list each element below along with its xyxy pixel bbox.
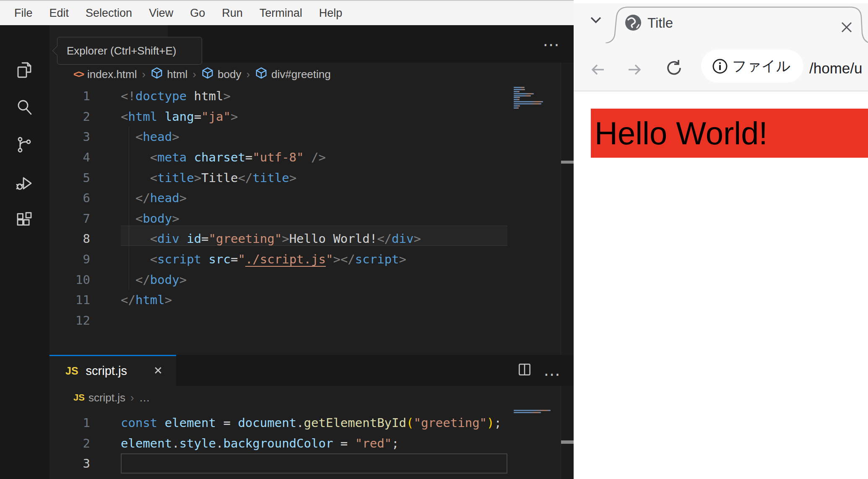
line-number: 6 — [49, 191, 90, 205]
code-line[interactable]: 9 <script src="./script.js"></script> — [49, 249, 507, 270]
code-line[interactable]: 6 </head> — [49, 188, 507, 208]
address-url[interactable]: /home/u — [809, 60, 862, 77]
scrollbar-thumb-js[interactable] — [561, 440, 574, 444]
code-text: element.style.backgroundColor = "red"; — [121, 436, 399, 450]
scrollbar-track-js[interactable] — [561, 386, 574, 479]
menu-edit[interactable]: Edit — [41, 7, 78, 20]
forward-icon[interactable] — [627, 62, 642, 77]
js-file-icon: JS — [73, 392, 85, 403]
code-line[interactable]: 5 <title>Title</title> — [49, 167, 507, 188]
panel-more-actions-icon[interactable]: ⋯ — [543, 370, 561, 378]
code-text: const element = document.getElementById(… — [121, 416, 502, 430]
line-number: 7 — [49, 211, 90, 226]
line-number: 12 — [49, 313, 90, 328]
breadcrumb-label: … — [139, 391, 150, 404]
reload-icon[interactable] — [666, 59, 683, 77]
code-line[interactable]: 3 <head> — [49, 127, 507, 147]
minimap-line — [514, 99, 520, 100]
symbol-cube-icon — [255, 67, 268, 82]
breadcrumb-segment[interactable]: body — [201, 67, 241, 82]
code-line[interactable]: 7 <body> — [49, 208, 507, 229]
breadcrumb-separator: › — [130, 391, 134, 404]
code-line[interactable]: 1<!doctype html> — [49, 86, 507, 107]
site-info-chip[interactable]: ファイル — [701, 49, 803, 83]
code-line[interactable]: 2element.style.backgroundColor = "red"; — [49, 433, 507, 454]
breadcrumb-separator: › — [246, 68, 250, 81]
code-text: <div id="greeting">Hello World!</div> — [121, 232, 421, 246]
tab-script-js[interactable]: JS script.js — [49, 355, 176, 386]
screen: FileEditSelectionViewGoRunTerminalHelp ⋯ — [0, 0, 868, 479]
browser-viewport: Hello World! — [574, 91, 868, 479]
code-text: </head> — [121, 191, 187, 205]
browser-toolbar: ファイル /home/u — [574, 43, 868, 91]
minimap-line — [514, 412, 541, 413]
line-number: 1 — [49, 89, 90, 103]
back-icon[interactable] — [591, 62, 605, 77]
breadcrumb-segment[interactable]: … — [139, 391, 150, 404]
line-number: 9 — [49, 252, 90, 266]
line-number: 1 — [49, 416, 90, 430]
close-icon[interactable] — [153, 365, 163, 377]
chip-label: ファイル — [732, 57, 790, 76]
breadcrumb-file[interactable]: <>index.html — [73, 68, 137, 81]
search-icon[interactable] — [14, 97, 34, 117]
menu-terminal[interactable]: Terminal — [251, 7, 311, 20]
line-number: 8 — [49, 232, 90, 246]
code-line[interactable]: 10 </body> — [49, 269, 507, 290]
line-number: 2 — [49, 109, 90, 124]
tab-search-chevron-icon[interactable] — [589, 14, 604, 26]
minimap-line — [514, 103, 541, 104]
source-control-icon[interactable] — [14, 135, 34, 155]
activity-bar — [0, 25, 50, 479]
browser-window: Title ファイル — [574, 0, 868, 479]
menu-view[interactable]: View — [140, 7, 182, 20]
tab-close-icon[interactable] — [840, 21, 853, 34]
line-number: 11 — [49, 293, 90, 307]
menu-run[interactable]: Run — [213, 7, 251, 20]
minimap-js[interactable] — [514, 410, 556, 416]
breadcrumb-file[interactable]: JSscript.js — [73, 391, 125, 404]
breadcrumb-segment[interactable]: div#greeting — [255, 67, 331, 82]
editor-more-actions-icon[interactable]: ⋯ — [543, 40, 561, 49]
explorer-icon[interactable] — [14, 60, 34, 80]
code-text: <!doctype html> — [121, 89, 231, 103]
minimap[interactable] — [514, 87, 556, 112]
minimap-line — [514, 91, 520, 92]
info-icon — [712, 58, 728, 74]
symbol-cube-icon — [201, 67, 214, 82]
minimap-line — [514, 89, 525, 90]
run-debug-icon[interactable] — [14, 173, 34, 193]
breadcrumb-js[interactable]: JSscript.js›… — [73, 386, 150, 409]
breadcrumb-separator: › — [142, 68, 146, 81]
scrollbar-thumb[interactable] — [561, 161, 574, 164]
symbol-cube-icon — [151, 67, 163, 82]
code-text: <script src="./script.js"></script> — [121, 252, 406, 266]
split-editor-icon[interactable] — [517, 362, 533, 379]
editor-tab-bar-bottom: JS script.js ⋯ — [49, 355, 574, 386]
code-line[interactable]: 2<html lang="ja"> — [49, 107, 507, 127]
code-line[interactable]: 4 <meta charset="utf-8" /> — [49, 147, 507, 168]
scrollbar-track[interactable] — [561, 62, 574, 355]
code-line[interactable]: 11</html> — [49, 290, 507, 310]
code-line[interactable]: 1const element = document.getElementById… — [49, 413, 507, 433]
menu-help[interactable]: Help — [311, 7, 351, 20]
browser-tab[interactable] — [574, 0, 868, 44]
line-number: 5 — [49, 171, 90, 185]
js-code-area[interactable]: 1const element = document.getElementById… — [49, 413, 507, 474]
js-file-icon: JS — [65, 365, 78, 377]
menu-go[interactable]: Go — [182, 7, 213, 20]
extensions-icon[interactable] — [14, 211, 34, 231]
minimap-line — [514, 87, 525, 88]
code-line[interactable]: 3 — [49, 453, 507, 474]
minimap-line — [514, 93, 534, 94]
breadcrumb[interactable]: <>index.html›html›body›div#greeting — [73, 62, 331, 86]
menu-file[interactable]: File — [6, 7, 41, 20]
code-line[interactable]: 12 — [49, 310, 507, 331]
explorer-tooltip: Explorer (Ctrl+Shift+E) — [57, 37, 202, 65]
menu-selection[interactable]: Selection — [77, 7, 140, 20]
html-file-icon: <> — [73, 68, 83, 80]
breadcrumb-label: index.html — [87, 68, 137, 81]
breadcrumb-segment[interactable]: html — [151, 67, 187, 82]
code-line[interactable]: 8 <div id="greeting">Hello World!</div> — [49, 229, 507, 249]
html-code-area[interactable]: 1<!doctype html>2<html lang="ja">3 <head… — [49, 86, 507, 331]
